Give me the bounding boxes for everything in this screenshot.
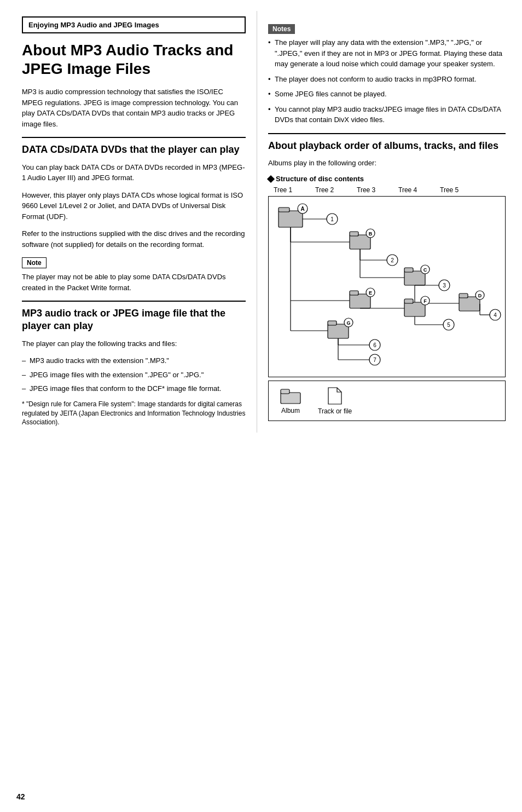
- tree-section: Structure of disc contents Tree 1 Tree 2…: [268, 175, 506, 421]
- section1-para3: Refer to the instructions supplied with …: [22, 228, 246, 250]
- tree-diagram: A 1 B: [268, 196, 506, 377]
- section1-para2: However, this player only plays DATA CDs…: [22, 190, 246, 222]
- svg-rect-44: [404, 299, 413, 303]
- svg-text:3: 3: [443, 283, 446, 289]
- legend-box: Album Track or file: [268, 381, 506, 421]
- svg-text:G: G: [346, 320, 350, 326]
- section1-heading: DATA CDs/DATA DVDs that the player can p…: [22, 143, 246, 156]
- legend-file: Track or file: [318, 387, 352, 415]
- svg-rect-20: [404, 268, 413, 272]
- note1-text: The player may not be able to play some …: [22, 272, 246, 293]
- tree-svg: A 1 B: [273, 201, 503, 371]
- svg-rect-54: [328, 321, 337, 325]
- svg-text:4: 4: [494, 312, 497, 318]
- file-label: Track or file: [318, 407, 352, 415]
- intro-text: MP3 is audio compression technology that…: [22, 87, 246, 129]
- folder-b: B: [350, 229, 375, 249]
- svg-text:2: 2: [391, 257, 394, 263]
- section3-intro: Albums play in the following order:: [268, 158, 506, 169]
- svg-rect-9: [350, 235, 370, 249]
- notes-box: Notes The player will play any data with…: [268, 24, 506, 125]
- folder-d: D: [459, 291, 484, 311]
- notes-item: The player does not conform to audio tra…: [268, 74, 506, 85]
- svg-text:7: 7: [373, 357, 376, 363]
- tree-label-1: Tree 1: [274, 186, 315, 194]
- svg-text:B: B: [369, 231, 373, 237]
- svg-rect-19: [404, 271, 425, 285]
- svg-rect-29: [350, 291, 358, 295]
- list-item: MP3 audio tracks with the extension ".MP…: [22, 355, 246, 366]
- svg-text:5: 5: [447, 322, 450, 328]
- svg-text:1: 1: [330, 216, 334, 222]
- svg-rect-66: [281, 389, 289, 394]
- svg-rect-28: [350, 294, 370, 308]
- right-column: Notes The player will play any data with…: [257, 11, 517, 433]
- section2-footnote: * "Design rule for Camera File system": …: [22, 400, 246, 427]
- file-icon: [327, 387, 343, 405]
- svg-text:A: A: [300, 206, 304, 212]
- folder-g: G: [328, 318, 353, 338]
- tree-label-row: Tree 1 Tree 2 Tree 3 Tree 4 Tree 5: [268, 186, 506, 194]
- page: Enjoying MP3 Audio and JPEG Images About…: [0, 0, 522, 444]
- svg-rect-65: [281, 393, 300, 404]
- notes-label: Notes: [268, 24, 295, 34]
- section2-list: MP3 audio tracks with the extension ".MP…: [22, 355, 246, 394]
- notes-item: The player will play any data with the e…: [268, 37, 506, 70]
- folder-f: F: [404, 296, 430, 316]
- root-folder: A: [279, 204, 308, 227]
- note1-box: Note The player may not be able to play …: [22, 257, 246, 293]
- notes-list: The player will play any data with the e…: [268, 37, 506, 125]
- note1-label: Note: [22, 257, 47, 268]
- album-label: Album: [281, 407, 300, 414]
- svg-text:D: D: [478, 293, 482, 298]
- notes-item: Some JPEG files cannot be played.: [268, 89, 506, 100]
- section2-heading: MP3 audio track or JPEG image file that …: [22, 307, 246, 333]
- svg-rect-0: [279, 211, 303, 227]
- svg-rect-10: [350, 232, 358, 236]
- svg-marker-67: [328, 388, 341, 404]
- tree-label-4: Tree 4: [398, 186, 440, 194]
- svg-rect-34: [459, 297, 480, 311]
- notes-item: You cannot play MP3 audio tracks/JPEG im…: [268, 104, 506, 125]
- tree-label-2: Tree 2: [315, 186, 357, 194]
- diamond-icon: [267, 175, 275, 183]
- folder-e: E: [350, 288, 375, 308]
- svg-rect-53: [328, 324, 349, 338]
- section1-para1: You can play back DATA CDs or DATA DVDs …: [22, 162, 246, 183]
- svg-text:F: F: [424, 298, 427, 304]
- divider-2: [22, 301, 246, 302]
- svg-rect-1: [279, 208, 289, 212]
- album-icon: [280, 387, 301, 405]
- tree-label-5: Tree 5: [440, 186, 482, 194]
- svg-text:6: 6: [373, 342, 376, 348]
- structure-label: Structure of disc contents: [268, 175, 506, 183]
- left-column: Enjoying MP3 Audio and JPEG Images About…: [5, 11, 257, 433]
- svg-rect-43: [404, 302, 425, 316]
- legend-album: Album: [280, 387, 301, 414]
- section3-heading: About playback order of albums, tracks, …: [268, 140, 506, 152]
- list-item: JPEG image files that conform to the DCF…: [22, 383, 246, 394]
- svg-text:E: E: [369, 290, 372, 296]
- divider-1: [22, 137, 246, 138]
- folder-c: C: [404, 265, 430, 285]
- tree-label-3: Tree 3: [357, 186, 398, 194]
- svg-text:C: C: [424, 267, 427, 273]
- page-number: 42: [16, 792, 25, 801]
- divider-3: [268, 133, 506, 134]
- main-title: About MP3 Audio Tracks and JPEG Image Fi…: [22, 41, 246, 78]
- svg-rect-35: [459, 293, 468, 298]
- section2-intro: The player can play the following tracks…: [22, 338, 246, 349]
- list-item: JPEG image files with the extension ".JP…: [22, 370, 246, 381]
- header-box: Enjoying MP3 Audio and JPEG Images: [22, 16, 246, 33]
